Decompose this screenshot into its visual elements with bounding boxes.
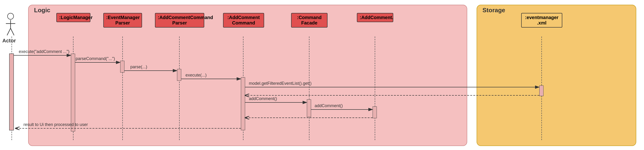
activation-add-comment-command-parser: [177, 69, 181, 81]
activation-add-comment-command: [241, 77, 245, 130]
diagram-container: Logic Storage Actor :LogicManager :Event…: [0, 0, 644, 150]
classifier-eventmanager-xml: :eventmanager.xml: [521, 13, 562, 28]
activation-command-facade: [307, 99, 311, 117]
classifier-add-comment-command-parser: :AddCommentCommandParser: [155, 13, 204, 28]
activation-event-manager-parser: [120, 61, 124, 72]
classifier-add-comment: :AddComment.: [357, 13, 393, 22]
actor-label: Actor: [2, 38, 16, 44]
lifeline-event-manager-parser: [122, 37, 123, 140]
storage-label: Storage: [482, 7, 505, 14]
svg-line-2: [7, 28, 10, 35]
lifeline-command-facade: [309, 37, 310, 140]
actor-figure: [5, 13, 16, 39]
activation-eventmanager-xml: [539, 86, 544, 96]
classifier-event-manager-parser: :EventManagerParser: [103, 13, 142, 28]
lifeline-add-comment: [375, 37, 375, 140]
classifier-command-facade: :CommandFacade: [291, 13, 328, 28]
activation-logic-manager: [71, 54, 75, 131]
actor-head: [7, 13, 14, 20]
classifier-logic-manager: :LogicManager: [56, 13, 90, 22]
lifeline-add-comment-command-parser: [179, 37, 180, 140]
activation-add-comment: [372, 106, 377, 118]
svg-line-3: [10, 28, 14, 35]
actor-lifeline: [12, 37, 12, 140]
classifier-add-comment-command: :AddCommentCommand: [223, 13, 264, 28]
logic-label: Logic: [34, 7, 50, 14]
actor-body-svg: [5, 20, 16, 39]
